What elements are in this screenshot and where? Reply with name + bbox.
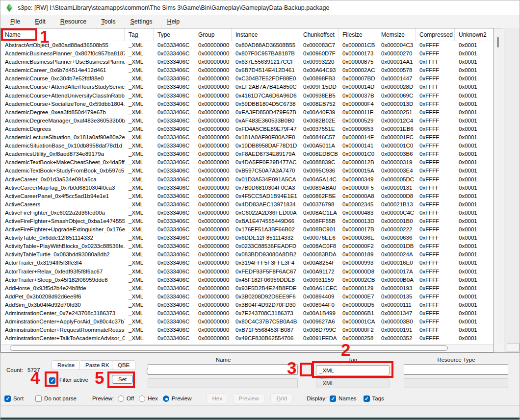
table-row[interactable]: ActiveCareer_0x01d3a534e091a5ca_XML0x033… xyxy=(1,175,494,184)
menu-edit[interactable]: Edit xyxy=(29,16,52,27)
column-header-filesize[interactable]: Filesize xyxy=(338,28,377,41)
table-row[interactable]: ActiveFireFighter_0xc6022a2d36fed00a_XML… xyxy=(1,209,494,217)
cell-name: ActiveCareer_0x01d3a534e091a5ca xyxy=(1,175,125,184)
cell-group: 0x00000000 xyxy=(194,301,232,309)
cell-memsize: 0x000003B0 xyxy=(377,318,416,326)
table-row[interactable]: AcademicCourse+SocializeTone_0x59dbb1804… xyxy=(1,100,494,108)
table-row[interactable]: AcademicsUtility_0xf8aed8734e89179a_XML0… xyxy=(1,150,494,158)
table-row[interactable]: ActorTrailer+Sleep_0x45f182f06959dde8_XM… xyxy=(1,276,494,284)
column-header-group[interactable]: Group xyxy=(194,28,232,41)
s3pe-plumbob-icon xyxy=(5,4,13,12)
table-row[interactable]: AcademicBusinessPlanner+UseBusinessPlann… xyxy=(1,58,494,66)
cell-instance: 0xC304B7E52FDF88E0 xyxy=(232,74,299,83)
horizontal-scrollbar[interactable] xyxy=(1,344,493,351)
table-row[interactable]: AcademicBusinessPlanner_0x807f0c957ba818… xyxy=(1,49,494,58)
cell-unknown2: 0x0001 xyxy=(455,49,494,58)
cell-name: AcademicDegrees xyxy=(1,125,125,133)
table-row[interactable]: AcademicTextBook+MakeCheatSheet_0x4da5ff… xyxy=(1,158,494,167)
table-row[interactable]: ActorTrailer_0x3194fff5f3ffe3f4_XML0x033… xyxy=(1,259,494,267)
table-row[interactable]: AcademicCareer_0x6b7d4514e412d461_XML0x0… xyxy=(1,66,494,74)
cell-tag: _XML xyxy=(125,209,154,217)
table-row[interactable]: ActivityTable+PlayWithBlocks_0x0233c8853… xyxy=(1,242,494,250)
table-row[interactable]: ActiveCareers_XML0x0333406C0x000000000x4… xyxy=(1,200,494,209)
column-header-memsize[interactable]: Memsize xyxy=(377,28,416,41)
table-row[interactable]: AcademicCourse+AttendAfterHoursStudyServ… xyxy=(1,83,494,91)
menu-tools[interactable]: Tools xyxy=(95,16,121,27)
cell-type: 0x0333406C xyxy=(154,167,194,175)
column-header-chunkoffset[interactable]: Chunkoffset xyxy=(299,28,338,41)
table-row[interactable]: AdminstrationCenter+ApplyForAid_0x80c4c3… xyxy=(1,318,494,326)
cell-tag: _XML xyxy=(125,167,154,175)
cell-instance: 0xAF483E360533B0B0 xyxy=(232,117,299,125)
cell-chunkoffset: 0x008944F0 xyxy=(299,301,338,309)
table-row[interactable]: ActorTrailer+Relax_0xfedf93f5f8f6ac67_XM… xyxy=(1,268,494,276)
cell-unknown2: 0x0001 xyxy=(455,293,494,301)
do-not-parse-checkbox[interactable] xyxy=(35,395,42,402)
paste-rk-button[interactable]: Paste RK xyxy=(79,360,115,370)
cell-chunkoffset: 0x00993220 xyxy=(299,58,338,66)
preview-hex-radio[interactable] xyxy=(139,395,145,402)
qbe-button[interactable]: QBE xyxy=(112,360,135,370)
cell-compressed: 0xFFFF xyxy=(416,74,455,83)
table-row[interactable]: AcademicSituationBase_0x10db8958daf78d1d… xyxy=(1,142,494,150)
preview-off-radio[interactable] xyxy=(118,395,124,402)
vertical-scrollbar-thumb[interactable] xyxy=(497,37,499,48)
table-row[interactable]: AbstractArtObject_0x80ad88ad36508b55_XML… xyxy=(1,41,494,49)
cell-type: 0x0333406C xyxy=(154,184,194,192)
table-row[interactable]: AdminstrationCenter+TalkToAcademicAdviso… xyxy=(1,334,494,343)
cell-name: ActivityTable_0x6dde12f851114332 xyxy=(1,234,125,242)
table-row[interactable]: AcademicCourse_0xc304b7e52fdf88e0_XML0x0… xyxy=(1,74,494,83)
cell-tag: _XML xyxy=(125,41,154,49)
column-header-compressed[interactable]: Compressed xyxy=(416,28,455,41)
cell-group: 0x00000000 xyxy=(194,66,232,74)
table-row[interactable]: AddSim_0x3b04f4d92d70fd30_XML0x0333406C0… xyxy=(1,301,494,309)
preview-preview-radio[interactable] xyxy=(163,395,169,402)
table-row[interactable]: AcademicDegreeManager_0xaf483e360533b0b0… xyxy=(1,117,494,125)
display-names-checkbox[interactable] xyxy=(330,395,336,402)
menu-help[interactable]: Help xyxy=(161,16,186,27)
sort-checkbox[interactable] xyxy=(4,395,11,402)
table-row[interactable]: ActiveFireFighter+UpgradeExtinguisher_0x… xyxy=(1,225,494,234)
table-row[interactable]: AcademicTextBook+StudyFromBook_0xb597c5.… xyxy=(1,167,494,175)
cell-group: 0x00000000 xyxy=(194,100,232,108)
menu-file[interactable]: File xyxy=(4,16,26,27)
menu-settings[interactable]: Settings xyxy=(124,16,158,27)
display-tags-checkbox[interactable] xyxy=(364,395,370,402)
table-row[interactable]: AddHorse_0x93f5d2b4e24b8fde_XML0x0333406… xyxy=(1,284,494,293)
revise-button[interactable]: Revise xyxy=(52,360,80,370)
cell-chunkoffset: 0x00376798 xyxy=(299,200,338,209)
table-row[interactable]: AdminstrationCenter+RequestRoommateReass… xyxy=(1,326,494,334)
name-filter-input[interactable] xyxy=(148,364,298,375)
cell-instance: 0x637E556391217CCF xyxy=(232,58,299,66)
column-header-tag[interactable]: Tag xyxy=(125,28,154,41)
vertical-scrollbar[interactable] xyxy=(494,28,503,345)
table-row[interactable]: AdminstrationCenter_0x7e243708c3186373_X… xyxy=(1,309,494,318)
cell-unknown2: 0x0001 xyxy=(455,66,494,74)
table-row[interactable]: ActivityTableTurtle_0x083bdd93080a8db2_X… xyxy=(1,250,494,259)
cell-tag: _XML xyxy=(125,242,154,250)
column-header-unknown2[interactable]: Unknown2 xyxy=(455,28,494,41)
set-button[interactable]: Set xyxy=(112,375,133,384)
table-row[interactable]: AddPet_0x3b0208d92d6ee9f6_XML0x0333406C0… xyxy=(1,293,494,301)
cell-type: 0x0333406C xyxy=(154,175,194,184)
table-row[interactable]: AcademicDegree_0xea3fd850d479e67b_XML0x0… xyxy=(1,108,494,117)
filter-active-checkbox[interactable] xyxy=(49,377,55,384)
table-row[interactable]: ActivityTable_0x6dde12f851114332_XML0x03… xyxy=(1,234,494,242)
column-header-instance[interactable]: Instance xyxy=(232,28,299,41)
table-row[interactable]: ActiveCareerPanel_0x4f5cc5ad1b94e1e1_XML… xyxy=(1,192,494,200)
menu-resource[interactable]: Resource xyxy=(54,16,93,27)
filter-active-label: Filter active xyxy=(59,377,88,383)
tag-filter-input[interactable] xyxy=(316,365,390,375)
table-row[interactable]: ActiveFireFighter+SmashObject_0xba1e4745… xyxy=(1,217,494,225)
table-row[interactable]: AcademicCourse+AttendUniversityClassInRa… xyxy=(1,92,494,100)
table-row[interactable]: ActiveCareerMapTag_0x7b0d6810304f0ca3_XM… xyxy=(1,184,494,192)
cell-group: 0x00000000 xyxy=(194,276,232,284)
column-header-type[interactable]: Type xyxy=(154,28,194,41)
resource-type-filter-input[interactable] xyxy=(404,364,508,375)
cell-instance: 0x80C4C37B7C5B0A4B xyxy=(232,318,299,326)
table-row[interactable]: AcademicDegrees_XML0x0333406C0x000000000… xyxy=(1,125,494,133)
table-row[interactable]: AcademicLectureSituation_0x181a0af90e80a… xyxy=(1,133,494,142)
horizontal-scrollbar-thumb[interactable] xyxy=(10,346,448,351)
column-header-name[interactable]: Name xyxy=(1,28,125,41)
cell-chunkoffset: 0x0037551E xyxy=(299,125,338,133)
